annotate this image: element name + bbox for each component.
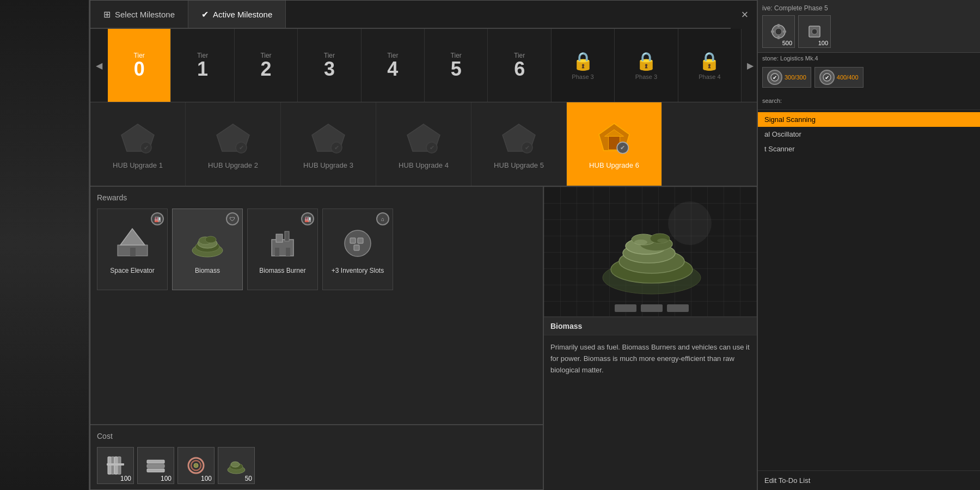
hub-upgrade-5-icon: ✔ xyxy=(500,119,538,157)
svg-text:✔: ✔ xyxy=(773,75,777,81)
milestone-hub-3[interactable]: ✔ HUB Upgrade 3 xyxy=(281,102,376,186)
milestone-hub-5[interactable]: ✔ HUB Upgrade 5 xyxy=(471,102,567,186)
svg-rect-42 xyxy=(147,460,164,463)
sidebar-search-item-1[interactable]: Signal Scanning xyxy=(758,112,980,127)
reward-biomass[interactable]: 🛡 Biomass xyxy=(172,209,243,290)
tier-tab-3[interactable]: Tier 3 xyxy=(298,29,361,102)
svg-rect-67 xyxy=(783,30,786,33)
svg-rect-22 xyxy=(130,248,136,256)
sidebar-item-part[interactable]: 100 xyxy=(798,15,831,48)
reward-space-elevator[interactable]: 🏭 Space Elevator xyxy=(97,209,168,290)
close-icon: × xyxy=(742,8,749,22)
svg-point-69 xyxy=(812,29,817,34)
sidebar-progress-2[interactable]: ✔ 400/400 xyxy=(814,67,863,88)
space-elevator-icon xyxy=(113,224,151,262)
active-milestone-label: Active Milestone xyxy=(213,10,272,19)
svg-point-63 xyxy=(775,28,782,35)
sidebar-progress-items: ✔ 300/300 ✔ 400/400 xyxy=(758,64,980,91)
sidebar-search-item-3[interactable]: t Scanner xyxy=(758,142,980,156)
item-desc-text: Primarily used as fuel. Biomass Burners … xyxy=(550,343,750,374)
progress-icon-2: ✔ xyxy=(819,70,835,85)
hub-upgrade-6-icon: ✔ xyxy=(595,119,633,157)
hub-upgrade-2-icon: ✔ xyxy=(214,119,252,157)
sidebar-search-label: search: xyxy=(762,97,782,104)
preview-ctrl-2 xyxy=(641,304,663,312)
grid-icon: ⊞ xyxy=(103,9,111,20)
tier-tabs-row: ◀ Tier 0 Tier 1 Tier 2 Tier 3 Tier 4 Tie… xyxy=(90,29,759,102)
tier-tab-5[interactable]: Tier 5 xyxy=(425,29,488,102)
svg-point-47 xyxy=(194,463,198,468)
search-item-3-text: t Scanner xyxy=(764,145,795,153)
svg-rect-29 xyxy=(276,234,283,242)
reward-biomass-burner[interactable]: 🏭 Biomass Burner xyxy=(247,209,318,290)
tier-tab-2[interactable]: Tier 2 xyxy=(235,29,298,102)
svg-point-59 xyxy=(634,240,647,245)
content-area: Rewards 🏭 xyxy=(90,187,759,490)
lock-icon-7: 🔒 xyxy=(572,51,594,71)
biomass-icon xyxy=(188,224,226,262)
svg-rect-34 xyxy=(350,238,356,243)
item-description: Primarily used as fuel. Biomass Burners … xyxy=(544,335,759,382)
reward-badge-biomass: 🛡 xyxy=(226,212,239,225)
svg-rect-41 xyxy=(107,463,124,465)
svg-text:✔: ✔ xyxy=(825,75,829,81)
svg-rect-36 xyxy=(354,245,359,250)
svg-rect-30 xyxy=(285,231,289,241)
sidebar-search-item-2[interactable]: al Oscillator xyxy=(758,127,980,142)
cost-item-wire: 100 xyxy=(177,447,215,484)
check-icon: ✔ xyxy=(201,9,209,20)
cost-items-row: 100 100 xyxy=(97,447,536,484)
reward-badge-slots: ⌂ xyxy=(376,212,389,225)
factory-icon-burner: 🏭 xyxy=(304,216,311,222)
sidebar-search-list: Signal Scanning al Oscillator t Scanner xyxy=(758,110,980,158)
svg-text:✔: ✔ xyxy=(430,144,434,151)
rewards-grid: 🏭 Space Elevator xyxy=(97,209,536,290)
sidebar-item-gear[interactable]: 500 xyxy=(762,15,795,48)
sidebar-top-label: ive: Complete Phase 5 xyxy=(762,4,976,12)
reward-inventory-slots[interactable]: ⌂ +3 Inventory Slots xyxy=(322,209,393,290)
svg-text:✔: ✔ xyxy=(525,144,530,151)
tier-left-arrow[interactable]: ◀ xyxy=(90,29,108,102)
close-button[interactable]: × xyxy=(731,1,759,29)
svg-text:✔: ✔ xyxy=(144,144,149,151)
tier-tab-0[interactable]: Tier 0 xyxy=(108,29,171,102)
svg-marker-21 xyxy=(120,229,145,245)
svg-rect-31 xyxy=(275,248,279,256)
tier-tab-8[interactable]: 🔒 Phase 3 xyxy=(615,29,678,102)
rewards-title: Rewards xyxy=(97,193,536,202)
tier-tab-7[interactable]: 🔒 Phase 3 xyxy=(552,29,615,102)
svg-point-27 xyxy=(205,236,216,243)
svg-rect-43 xyxy=(147,464,164,468)
milestone-hub-2[interactable]: ✔ HUB Upgrade 2 xyxy=(186,102,281,186)
main-dialog: ⊞ Select Milestone ✔ Active Milestone × … xyxy=(90,0,759,490)
edit-todo-button[interactable]: Edit To-Do List xyxy=(758,470,980,490)
right-sidebar: ive: Complete Phase 5 500 xyxy=(757,0,980,490)
svg-point-60 xyxy=(657,238,668,243)
select-milestone-label: Select Milestone xyxy=(115,10,175,19)
milestone-hub-6[interactable]: ✔ HUB Upgrade 6 xyxy=(567,102,662,186)
search-item-1-text: Signal Scanning xyxy=(764,115,816,124)
sidebar-progress-1[interactable]: ✔ 300/300 xyxy=(762,67,811,88)
preview-ctrl-3 xyxy=(667,304,689,312)
milestone-hub-4[interactable]: ✔ HUB Upgrade 4 xyxy=(376,102,471,186)
biomass-burner-icon xyxy=(264,224,302,262)
factory-icon: 🏭 xyxy=(154,216,161,222)
tab-active-milestone[interactable]: ✔ Active Milestone xyxy=(188,1,286,28)
cost-title: Cost xyxy=(97,432,536,440)
svg-rect-64 xyxy=(777,24,780,27)
svg-rect-32 xyxy=(286,248,290,256)
hub-upgrade-4-icon: ✔ xyxy=(405,119,443,157)
tier-tab-4[interactable]: Tier 4 xyxy=(362,29,425,102)
tier-tab-1[interactable]: Tier 1 xyxy=(171,29,234,102)
left-content-panel: Rewards 🏭 xyxy=(90,187,544,490)
tab-select-milestone[interactable]: ⊞ Select Milestone xyxy=(90,1,188,28)
milestone-hub-1[interactable]: ✔ HUB Upgrade 1 xyxy=(90,102,186,186)
cost-item-screws: 100 xyxy=(97,447,134,484)
svg-text:✔: ✔ xyxy=(334,144,339,151)
svg-text:✔: ✔ xyxy=(620,144,625,151)
tier-tab-9[interactable]: 🔒 Phase 4 xyxy=(678,29,742,102)
reward-badge-elevator: 🏭 xyxy=(151,212,164,225)
edit-todo-label: Edit To-Do List xyxy=(764,476,810,485)
tier-tab-6[interactable]: Tier 6 xyxy=(488,29,551,102)
preview-controls xyxy=(615,304,689,312)
